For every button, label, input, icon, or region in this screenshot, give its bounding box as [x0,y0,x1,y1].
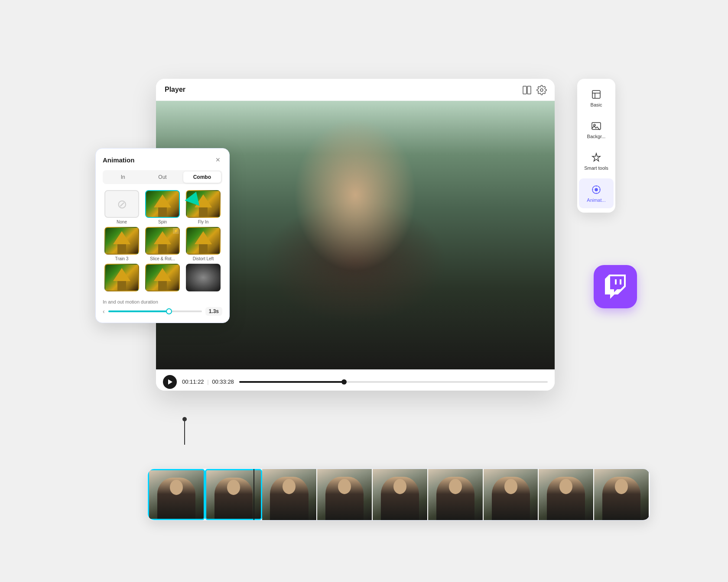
anim-item-8[interactable] [143,264,182,293]
timeline-strip [147,469,650,521]
background-label: Backgr... [587,134,606,139]
anim-label-distortleft: Distort Left [193,256,214,261]
tab-in[interactable]: In [104,171,142,183]
anim-thumb-spin [145,190,180,218]
twitch-icon [603,275,627,299]
animation-icon [590,184,602,196]
frame-head-7 [504,479,517,494]
anim-thumb-8 [145,264,180,291]
animation-label: Animat... [587,197,605,203]
anim-label-spin: Spin [158,220,167,224]
frame-person-6 [436,477,474,520]
anim-label-slicerot: Slice & Rot... [150,256,175,261]
panel-header: Animation ✕ [103,155,222,164]
timeline-frame-9[interactable] [594,469,650,520]
duration-section: In and out motion duration ‹ 1.3s [103,299,222,316]
svg-rect-0 [523,86,526,94]
anim-item-none[interactable]: None [103,190,141,224]
timeline-frame-5[interactable] [373,469,428,520]
tab-row: In Out Combo [103,170,222,184]
connection-line [184,419,185,445]
anim-thumb-none [104,190,139,218]
anim-label-train3: Train 3 [115,256,129,261]
anim-item-spin[interactable]: Spin [143,190,182,224]
svg-rect-3 [592,91,600,98]
panel-title: Animation [103,156,134,164]
duration-slider-row: ‹ 1.3s [103,307,222,316]
timeline-frame-8[interactable] [539,469,594,520]
frame-person-8 [547,477,585,520]
sidebar-item-basic[interactable]: Basic [579,83,614,113]
play-button[interactable] [163,375,177,389]
anim-label-flyin: Fly In [198,220,208,224]
frame-head-4 [338,479,351,494]
frame-person-9 [602,477,640,520]
animation-grid: None Spin Fly In [103,190,222,293]
svg-rect-4 [592,123,601,129]
anim-thumb-distortleft [186,227,221,255]
svg-rect-1 [527,86,531,94]
anim-item-slicerot[interactable]: ⚡ Slice & Rot... [143,227,182,261]
slider-thumb [166,308,172,314]
frame-person-4 [325,477,364,520]
duration-slider[interactable] [108,310,202,312]
frame-person-7 [492,477,530,520]
sidebar-item-animation[interactable]: Animat... [579,178,614,208]
twitch-badge[interactable] [594,265,637,308]
timeline-playhead [252,469,256,521]
playhead-line [254,469,254,521]
current-time: 00:11:22 | 00:33:28 [182,378,234,385]
player-titlebar: Player [156,79,555,101]
duration-value: 1.3s [205,307,222,316]
close-button[interactable]: ✕ [214,155,222,164]
frame-person-3 [270,477,308,520]
anim-item-7[interactable] [103,264,141,293]
anim-item-distortleft[interactable]: Distort Left [184,227,222,261]
slider-arrow-left[interactable]: ‹ [103,308,105,315]
frame-person-2 [214,478,253,519]
frame-head-8 [559,479,572,494]
smart-tools-icon [590,152,602,164]
anim-item-9[interactable] [184,264,222,293]
anim-label-none: None [117,220,127,224]
animation-panel: Animation ✕ In Out Combo None Spin [95,148,230,323]
progress-fill [239,381,344,383]
timeline-frame-4[interactable] [317,469,373,520]
frame-person-1 [157,478,195,519]
player-controls: 00:11:22 | 00:33:28 [156,369,555,391]
tab-combo[interactable]: Combo [183,171,221,183]
anim-thumb-7 [104,264,139,291]
timeline-frame-7[interactable] [484,469,539,520]
titlebar-icons [522,85,546,94]
progress-bar[interactable] [239,381,548,383]
duration-label: In and out motion duration [103,299,222,304]
timeline-frame-1[interactable] [148,469,205,520]
anim-item-train3[interactable]: Train 3 [103,227,141,261]
settings-icon[interactable] [536,85,546,94]
svg-point-2 [540,89,543,91]
frame-head-1 [170,480,183,495]
timeline-frame-6[interactable] [428,469,484,520]
right-sidebar: Basic Backgr... Smart tools [577,79,615,213]
connection-dot [182,417,187,421]
player-title: Player [165,86,185,94]
anim-thumb-9 [186,264,221,291]
basic-label: Basic [591,102,602,108]
frame-head-9 [615,479,628,494]
background-icon [590,120,602,132]
sidebar-item-background[interactable]: Backgr... [579,115,614,145]
timeline-frame-3[interactable] [262,469,318,520]
frame-head-3 [283,479,296,494]
slider-fill [108,310,169,312]
progress-thumb [341,379,347,385]
sidebar-item-smart-tools[interactable]: Smart tools [579,146,614,176]
split-view-icon[interactable] [522,85,531,94]
anim-thumb-train3 [104,227,139,255]
anim-thumb-slicerot: ⚡ [145,227,180,255]
basic-icon [590,88,602,100]
smart-tools-label: Smart tools [584,165,608,171]
frame-head-6 [449,479,462,494]
frame-head-2 [227,480,240,495]
tab-out[interactable]: Out [143,171,181,183]
frame-head-5 [393,479,406,494]
